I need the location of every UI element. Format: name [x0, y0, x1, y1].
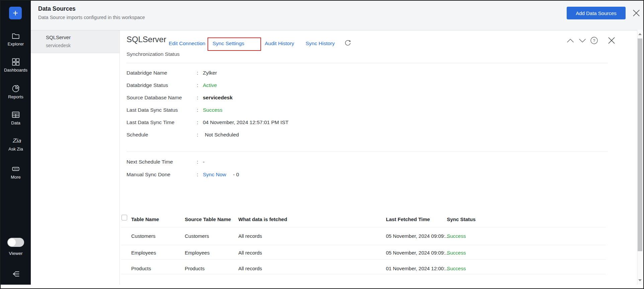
vertical-scrollbar[interactable] [637, 30, 643, 285]
status-badge: Success [447, 250, 466, 256]
sidebar-item-data[interactable]: Data [1, 110, 31, 125]
col-header-what-data: What data is fetched [238, 216, 287, 222]
collapse-sidebar-icon[interactable] [11, 270, 21, 278]
status-badge: Success [447, 233, 466, 239]
folder-icon [11, 31, 20, 40]
status-badge: Success [203, 107, 223, 113]
divider [121, 274, 606, 274]
sidebar-item-more[interactable]: More [1, 165, 31, 180]
zia-icon: Zia [11, 136, 20, 145]
svg-text:?: ? [593, 38, 595, 43]
help-icon[interactable]: ? [590, 36, 598, 46]
create-button[interactable]: + [9, 7, 22, 19]
previous-source-icon[interactable] [566, 38, 574, 44]
edit-connection-link[interactable]: Edit Connection [169, 40, 205, 46]
sidebar-item-explorer[interactable]: Explorer [1, 31, 31, 46]
sidebar-item-label: Explorer [8, 41, 24, 46]
sync-count: - 0 [233, 172, 239, 178]
table-icon [11, 110, 20, 119]
sidebar-item-label: Ask Zia [8, 147, 23, 152]
field-last-sync-time: Last Data Sync Time 04 November, 2024 12… [127, 119, 495, 126]
page-title: Data Sources [38, 5, 76, 12]
sync-settings-link[interactable]: Sync Settings [213, 40, 244, 46]
pie-chart-icon [11, 84, 20, 93]
col-header-source-table-name: Source Table Name [185, 216, 231, 222]
status-badge: Active [203, 82, 217, 88]
audit-history-link[interactable]: Audit History [265, 40, 294, 46]
sidebar-item-label: More [11, 175, 21, 180]
sidebar-item-label: Reports [8, 94, 23, 99]
divider [121, 227, 606, 227]
sidebar: + Explorer Dashboards R [1, 1, 31, 285]
col-header-last-fetched: Last Fetched Time [386, 216, 430, 222]
scroll-up-arrow[interactable] [638, 33, 642, 35]
source-name: SQLServer [46, 34, 71, 40]
sidebar-item-dashboards[interactable]: Dashboards [1, 58, 31, 73]
refresh-icon[interactable] [344, 39, 351, 47]
viewer-toggle[interactable] [7, 238, 24, 247]
source-detail-panel: SQLServer Edit Connection Sync Settings … [120, 30, 637, 285]
field-databridge-name: Databridge Name Zylker [127, 70, 495, 77]
field-manual-sync-done: Manual Sync Done Sync Now - 0 [127, 172, 495, 178]
toggle-knob [8, 238, 16, 246]
data-source-list: SQLServer servicedesk [31, 30, 120, 285]
add-data-sources-button[interactable]: Add Data Sources [567, 7, 626, 19]
close-icon[interactable] [632, 9, 641, 17]
field-schedule: Schedule Not Scheduled [127, 132, 495, 138]
page-subtitle: Data Source imports configured in this w… [38, 15, 145, 20]
sync-now-link[interactable]: Sync Now [203, 172, 226, 178]
divider [127, 63, 608, 63]
viewer-toggle-label: Viewer [1, 251, 31, 256]
source-database: servicedesk [46, 43, 71, 48]
col-header-sync-status: Sync Status [447, 216, 476, 222]
svg-text:Zia: Zia [12, 137, 21, 144]
field-databridge-status: Databridge Status Active [127, 82, 495, 89]
window-bottom-strip [1, 285, 643, 288]
grid-icon [11, 58, 20, 66]
sidebar-item-ask-zia[interactable]: Zia Ask Zia [1, 136, 31, 152]
close-detail-icon[interactable] [607, 36, 616, 46]
field-next-schedule-time: Next Schedule Time - [127, 159, 495, 166]
scrollbar-thumb[interactable] [638, 38, 642, 251]
detail-title: SQLServer [127, 35, 166, 44]
scroll-down-arrow[interactable] [638, 279, 642, 281]
sidebar-item-reports[interactable]: Reports [1, 84, 31, 99]
divider [127, 152, 608, 152]
sidebar-item-label: Data [11, 120, 20, 125]
source-list-item-sqlserver[interactable]: SQLServer servicedesk [31, 30, 119, 53]
next-source-icon[interactable] [578, 38, 586, 44]
status-badge: Success [447, 266, 466, 271]
field-source-database-name: Source Database Name servicedesk [127, 95, 495, 101]
page-header: Data Sources Data Source imports configu… [31, 1, 643, 30]
select-all-checkbox[interactable] [122, 215, 127, 220]
sidebar-item-label: Dashboards [4, 68, 27, 73]
ellipsis-icon [11, 165, 20, 173]
app-window: + Explorer Dashboards R [0, 0, 644, 289]
section-title: Synchronization Status [127, 51, 180, 57]
field-last-sync-status: Last Data Sync Status Success [127, 107, 495, 114]
divider [121, 259, 606, 260]
col-header-table-name: Table Name [131, 216, 159, 222]
sync-history-link[interactable]: Sync History [306, 40, 335, 46]
divider [121, 245, 606, 245]
